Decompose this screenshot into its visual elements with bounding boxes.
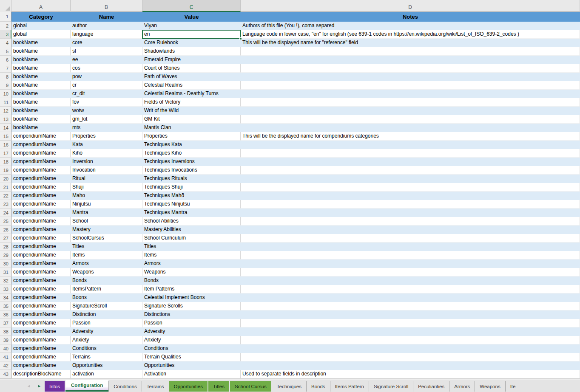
sheet-tab-opportunities[interactable]: Opportunities [169, 381, 208, 392]
cell-name[interactable]: fov [71, 98, 142, 107]
cell-name[interactable]: Armors [71, 259, 142, 268]
row-header[interactable]: 39 [0, 336, 11, 344]
cell-notes[interactable] [241, 243, 580, 251]
row-header[interactable]: 18 [0, 158, 11, 166]
cell-category[interactable]: bookName [11, 81, 71, 90]
cell-value[interactable]: Anxiety [142, 336, 241, 344]
row-header[interactable]: 34 [0, 293, 11, 302]
cell-value[interactable]: Distinctions [142, 310, 241, 319]
cell-notes[interactable] [241, 183, 580, 192]
header-cell-category[interactable]: Category [11, 12, 71, 22]
cell-value[interactable]: Adversity [142, 327, 241, 336]
cell-name[interactable]: cos [71, 64, 142, 73]
row-header[interactable]: 43 [0, 370, 11, 378]
row-header[interactable]: 38 [0, 327, 11, 336]
cell-value[interactable]: Celestial Realms - Deathly Turns [142, 90, 241, 98]
row-header[interactable]: 27 [0, 234, 11, 243]
row-header[interactable]: 9 [0, 81, 11, 90]
row-header[interactable]: 29 [0, 251, 11, 259]
row-header[interactable]: 30 [0, 259, 11, 268]
cell-category[interactable]: bookName [11, 39, 71, 47]
row-header[interactable]: 22 [0, 192, 11, 200]
cell-notes[interactable] [241, 56, 580, 64]
cell-name[interactable]: Maho [71, 192, 142, 200]
cell-notes[interactable] [241, 251, 580, 259]
cell-category[interactable]: bookName [11, 47, 71, 56]
row-header[interactable]: 2 [0, 22, 11, 30]
cell-notes[interactable] [241, 81, 580, 90]
cell-name[interactable]: Properties [71, 132, 142, 141]
cell-notes[interactable] [241, 285, 580, 293]
row-header[interactable]: 31 [0, 268, 11, 276]
cell-name[interactable]: Passion [71, 319, 142, 327]
row-header[interactable]: 42 [0, 361, 11, 370]
cell-value[interactable]: Vlyan [142, 22, 241, 30]
sheet-tab-titles[interactable]: Titles [208, 381, 229, 392]
cell-notes[interactable] [241, 158, 580, 166]
cell-name[interactable]: cr [71, 81, 142, 90]
cell-value[interactable]: School Abilities [142, 217, 241, 226]
cell-category[interactable]: compendiumName [11, 251, 71, 259]
cell-name[interactable]: activation [71, 370, 142, 378]
cell-category[interactable]: bookName [11, 64, 71, 73]
row-header[interactable]: 17 [0, 149, 11, 158]
cell-value[interactable]: Signature Scrolls [142, 302, 241, 310]
cell-category[interactable]: compendiumName [11, 166, 71, 175]
cell-value[interactable]: Properties [142, 132, 241, 141]
cell-notes[interactable] [241, 115, 580, 124]
select-all-corner[interactable] [0, 0, 11, 12]
cell-notes[interactable] [241, 234, 580, 243]
sheet-tab-peculiarities[interactable]: Peculiarities [413, 381, 449, 392]
cell-category[interactable]: compendiumName [11, 158, 71, 166]
cell-notes[interactable] [241, 302, 580, 310]
cell-value[interactable]: Path of Waves [142, 73, 241, 81]
cell-notes[interactable] [241, 47, 580, 56]
column-header-d[interactable]: D [241, 0, 580, 12]
cell-category[interactable]: bookName [11, 107, 71, 115]
row-header[interactable]: 12 [0, 107, 11, 115]
cell-name[interactable]: Distinction [71, 310, 142, 319]
cell-value[interactable]: Techniques Kihõ [142, 149, 241, 158]
cell-name[interactable]: Mastery [71, 226, 142, 234]
cell-category[interactable]: compendiumName [11, 192, 71, 200]
row-header[interactable]: 23 [0, 200, 11, 209]
row-header[interactable]: 25 [0, 217, 11, 226]
sheet-tab-conditions[interactable]: Conditions [108, 381, 141, 392]
cell-name[interactable]: Items [71, 251, 142, 259]
row-header[interactable]: 32 [0, 276, 11, 285]
row-header[interactable]: 40 [0, 344, 11, 353]
row-header[interactable]: 14 [0, 124, 11, 132]
sheet-tab-weapons[interactable]: Weapons [475, 381, 505, 392]
row-header[interactable]: 6 [0, 56, 11, 64]
cell-category[interactable]: bookName [11, 73, 71, 81]
cell-value[interactable]: Mastery Abilities [142, 226, 241, 234]
cell-value[interactable]: Techniques Inversions [142, 158, 241, 166]
cell-value[interactable]: Techniques Mahõ [142, 192, 241, 200]
cell-name[interactable]: wotw [71, 107, 142, 115]
cell-notes[interactable] [241, 217, 580, 226]
cell-value[interactable]: Activation [142, 370, 241, 378]
cell-name[interactable]: sl [71, 47, 142, 56]
row-header[interactable]: 35 [0, 302, 11, 310]
cell-name[interactable]: core [71, 39, 142, 47]
cell-name[interactable]: pow [71, 73, 142, 81]
cell-category[interactable]: compendiumName [11, 319, 71, 327]
cell-name[interactable]: author [71, 22, 142, 30]
cell-category[interactable]: global [11, 22, 71, 30]
row-header[interactable]: 1 [0, 12, 11, 22]
cell-category[interactable]: compendiumName [11, 132, 71, 141]
row-header[interactable]: 15 [0, 132, 11, 141]
cell-notes[interactable] [241, 166, 580, 175]
cell-category[interactable]: compendiumName [11, 183, 71, 192]
cell-value[interactable]: Techniques Rituals [142, 175, 241, 183]
cell-name[interactable]: Ritual [71, 175, 142, 183]
header-cell-value[interactable]: Value [142, 12, 241, 22]
sheet-tab-techniques[interactable]: Techniques [272, 381, 306, 392]
cell-notes[interactable] [241, 268, 580, 276]
cell-category[interactable]: compendiumName [11, 226, 71, 234]
cell-notes[interactable]: This will be the displayed name for comp… [241, 132, 580, 141]
cell-notes[interactable] [241, 175, 580, 183]
cell-value[interactable]: GM Kit [142, 115, 241, 124]
row-header[interactable]: 11 [0, 98, 11, 107]
cell-name[interactable]: cr_dlt [71, 90, 142, 98]
